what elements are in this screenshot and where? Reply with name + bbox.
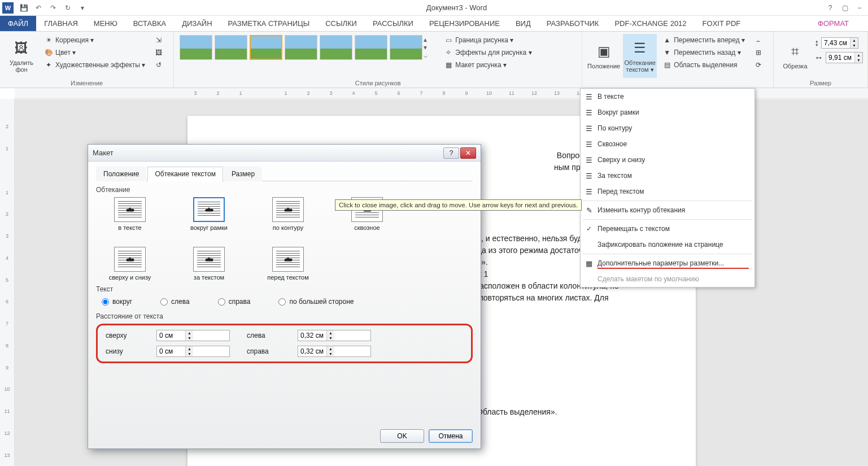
cancel-button[interactable]: Отмена	[429, 429, 473, 443]
tab-file[interactable]: ФАЙЛ	[0, 16, 36, 31]
pic-style-item[interactable]	[320, 35, 352, 60]
radio-input[interactable]	[102, 298, 109, 306]
crop-button[interactable]: ⌗Обрезка	[778, 34, 812, 78]
tab-format[interactable]: ФОРМАТ	[810, 16, 857, 31]
pic-style-item[interactable]	[180, 35, 212, 60]
repeat-icon[interactable]: ↻	[61, 2, 75, 14]
dist-right-spinbox[interactable]: ▲▼	[298, 346, 371, 357]
corrections-button[interactable]: ☀Коррекция ▾	[41, 34, 149, 46]
picture-layout-button[interactable]: ▦Макет рисунка ▾	[440, 59, 535, 71]
dialog-tab-position[interactable]: Положение	[96, 167, 146, 181]
bring-forward-button[interactable]: ▲Переместить вперед ▾	[659, 34, 748, 46]
send-backward-button[interactable]: ▼Переместить назад ▾	[659, 46, 748, 59]
dist-right-input[interactable]	[298, 347, 326, 355]
dist-left-spinbox[interactable]: ▲▼	[298, 330, 371, 341]
spin-up-icon[interactable]: ▲	[185, 330, 193, 336]
tab-view[interactable]: ВИД	[508, 16, 539, 31]
compress-button[interactable]: ⇲	[151, 34, 169, 46]
height-input[interactable]	[822, 39, 850, 47]
radio-largest[interactable]: по большей стороне	[278, 298, 354, 306]
spin-down-icon[interactable]: ▼	[326, 351, 334, 356]
pic-style-item[interactable]	[285, 35, 317, 60]
dist-top-spinbox[interactable]: ▲▼	[156, 330, 230, 341]
spin-up-icon[interactable]: ▲	[854, 53, 862, 58]
tab-design[interactable]: ДИЗАЙН	[174, 16, 220, 31]
height-spinbox[interactable]: ▲▼	[821, 37, 858, 49]
wrap-front-item[interactable]: ☰Перед текстом	[581, 184, 754, 199]
ribbon-options-icon[interactable]: ▢	[839, 2, 851, 14]
opt-behind[interactable]: за текстом	[181, 247, 237, 281]
edit-wrap-points-item[interactable]: ✎Изменить контур обтекания	[581, 202, 754, 218]
tab-pdfxchange[interactable]: PDF-XChange 2012	[607, 16, 694, 31]
align-button[interactable]: ⫠	[751, 34, 769, 46]
tab-layout[interactable]: РАЗМЕТКА СТРАНИЦЫ	[220, 16, 318, 31]
width-input[interactable]	[826, 54, 854, 62]
tab-foxit[interactable]: Foxit PDF	[695, 16, 749, 31]
styles-more-icon[interactable]: ⌵	[424, 51, 433, 59]
wrap-tight-item[interactable]: ☰По контуру	[581, 120, 754, 136]
opt-topbottom[interactable]: сверху и снизу	[102, 247, 158, 281]
styles-down-icon[interactable]: ▾	[424, 43, 433, 51]
dialog-close-button[interactable]: ✕	[460, 147, 476, 159]
dist-top-input[interactable]	[157, 332, 185, 339]
spin-down-icon[interactable]: ▼	[326, 336, 334, 341]
wrap-text-button[interactable]: ☰Обтекание текстом ▾	[623, 34, 657, 78]
dist-bottom-input[interactable]	[157, 347, 185, 355]
styles-up-icon[interactable]: ▴	[424, 36, 433, 43]
dist-bottom-spinbox[interactable]: ▲▼	[156, 346, 230, 357]
wrap-topbottom-item[interactable]: ☰Сверху и снизу	[581, 152, 754, 168]
tab-home[interactable]: ГЛАВНАЯ	[36, 16, 86, 31]
spin-up-icon[interactable]: ▲	[185, 346, 193, 351]
spin-up-icon[interactable]: ▲	[326, 346, 334, 351]
spin-up-icon[interactable]: ▲	[326, 330, 334, 336]
tab-review[interactable]: РЕЦЕНЗИРОВАНИЕ	[421, 16, 508, 31]
move-with-text-item[interactable]: Перемещать с текстом	[581, 221, 754, 237]
help-icon[interactable]: ?	[824, 2, 836, 14]
opt-tight[interactable]: по контуру	[260, 197, 316, 231]
spin-down-icon[interactable]: ▼	[185, 336, 193, 341]
radio-right[interactable]: справа	[218, 298, 251, 306]
radio-input[interactable]	[160, 298, 168, 306]
spin-down-icon[interactable]: ▼	[185, 351, 193, 356]
radio-input[interactable]	[278, 298, 286, 306]
pic-style-item[interactable]	[355, 35, 387, 60]
dialog-tab-wrap[interactable]: Обтекание текстом	[147, 167, 223, 181]
pic-style-item[interactable]	[390, 35, 422, 60]
more-layout-options-item[interactable]: ▦Дополнительные параметры разметки...	[581, 255, 754, 271]
dialog-titlebar[interactable]: Макет ? ✕	[88, 145, 481, 162]
rotate-button[interactable]: ⟳	[751, 59, 769, 71]
wrap-through-item[interactable]: ☰Сквозное	[581, 136, 754, 152]
dist-left-input[interactable]	[298, 332, 326, 339]
opt-front[interactable]: перед текстом	[260, 247, 316, 281]
opt-square[interactable]: вокруг рамки	[181, 197, 237, 231]
remove-background-button[interactable]: 🖼 Удалить фон	[5, 34, 38, 78]
wrap-behind-item[interactable]: ☰За текстом	[581, 168, 754, 184]
qat-more-icon[interactable]: ▾	[76, 2, 89, 14]
wrap-square-item[interactable]: ☰Вокруг рамки	[581, 104, 754, 120]
redo-icon[interactable]: ↷	[46, 2, 60, 14]
tab-insert[interactable]: ВСТАВКА	[125, 16, 174, 31]
group-objects-button[interactable]: ⊞	[751, 46, 769, 59]
picture-border-button[interactable]: ▭Граница рисунка ▾	[440, 34, 535, 46]
dialog-help-button[interactable]: ?	[443, 147, 459, 159]
width-spinbox[interactable]: ▲▼	[826, 52, 863, 63]
tab-menu[interactable]: Меню	[86, 16, 125, 31]
change-pic-button[interactable]: 🖼	[151, 46, 169, 59]
radio-input[interactable]	[218, 298, 225, 306]
pic-style-item[interactable]	[250, 35, 282, 60]
minimize-icon[interactable]: −	[853, 2, 866, 14]
artistic-effects-button[interactable]: ✦Художественные эффекты ▾	[41, 59, 149, 71]
position-button[interactable]: ▣Положение	[587, 34, 621, 78]
color-button[interactable]: 🎨Цвет ▾	[41, 46, 149, 59]
radio-left[interactable]: слева	[160, 298, 190, 306]
picture-effects-button[interactable]: ✧Эффекты для рисунка ▾	[440, 46, 535, 59]
reset-pic-button[interactable]: ↺	[151, 59, 169, 71]
tab-references[interactable]: ССЫЛКИ	[317, 16, 365, 31]
radio-around[interactable]: вокруг	[102, 298, 132, 306]
tab-mailings[interactable]: РАССЫЛКИ	[365, 16, 421, 31]
spin-down-icon[interactable]: ▼	[850, 43, 858, 48]
wrap-inline-item[interactable]: ☰В тексте	[581, 89, 754, 104]
set-default-layout-item[interactable]: Сделать макетом по умолчанию	[581, 271, 754, 287]
tab-developer[interactable]: РАЗРАБОТЧИК	[539, 16, 607, 31]
selection-pane-button[interactable]: ▤Область выделения	[659, 59, 748, 71]
